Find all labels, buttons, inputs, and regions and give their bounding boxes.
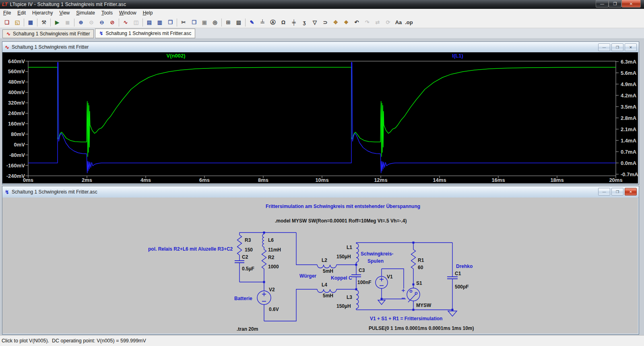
- cut-icon[interactable]: ✂: [178, 18, 189, 27]
- text-icon[interactable]: Aa: [393, 18, 404, 27]
- component-C3[interactable]: [351, 275, 361, 277]
- menu-edit[interactable]: Edit: [14, 9, 29, 16]
- schem-close-button[interactable]: ✕: [625, 188, 637, 196]
- component-R1[interactable]: [411, 249, 416, 269]
- component-L2[interactable]: [317, 265, 336, 268]
- x-axis-label: 20ms: [609, 177, 622, 183]
- schematic-label: L6: [268, 237, 274, 243]
- component-L4[interactable]: [317, 289, 336, 292]
- control-panel-icon[interactable]: ⚒: [39, 18, 49, 27]
- menu-file[interactable]: File: [0, 9, 14, 16]
- print-icon[interactable]: ▧: [233, 18, 244, 27]
- tab-schematic[interactable]: ↯Schaltung 1 Schwingkreis mit Fritter.as…: [95, 29, 195, 38]
- net-label-icon[interactable]: Ⓐ: [268, 18, 278, 27]
- save-icon[interactable]: ▦: [25, 18, 36, 27]
- app-window-buttons: —❐✕: [596, 0, 641, 8]
- schematic-tab-icon: ↯: [99, 31, 103, 36]
- find-icon[interactable]: ◎: [210, 18, 220, 27]
- trace-label-V(n002): V(n002): [167, 53, 186, 59]
- rotate-icon[interactable]: ⟳: [383, 18, 393, 27]
- tile-vertical-icon[interactable]: ▥: [155, 18, 165, 27]
- menu-help[interactable]: Help: [140, 9, 156, 16]
- move-icon[interactable]: ✥: [330, 18, 341, 27]
- wave-restore-button[interactable]: ❐: [611, 43, 623, 51]
- resistor-icon[interactable]: Ω: [278, 18, 289, 27]
- component-icon[interactable]: ⊃: [320, 18, 330, 27]
- component-S1[interactable]: [402, 288, 420, 302]
- cascade-windows-icon[interactable]: ❐: [165, 18, 175, 27]
- schem-restore-button[interactable]: ❐: [611, 188, 623, 196]
- ground-icon[interactable]: ╧: [257, 18, 268, 27]
- schematic-label: S1: [416, 280, 422, 286]
- draw-wire-icon[interactable]: ✎: [247, 18, 257, 27]
- schem-minimize-button[interactable]: —: [598, 188, 610, 196]
- wave-close-button[interactable]: ✕: [625, 43, 637, 51]
- toolbar-separator: [50, 19, 51, 27]
- component-L3[interactable]: [356, 290, 359, 309]
- ground-symbol[interactable]: [448, 311, 457, 316]
- schematic-drawing[interactable]: Frittersimulation am Schwingkreis mit en…: [2, 198, 638, 334]
- schematic-window-titlebar[interactable]: ↯ Schaltung 1 Schwingkreis mit Fritter.a…: [2, 186, 639, 198]
- mark-points-icon[interactable]: ◫: [131, 18, 141, 27]
- redo-icon[interactable]: ↷: [362, 18, 372, 27]
- mirror-icon[interactable]: ⇄: [372, 18, 383, 27]
- spice-directive-icon[interactable]: .op: [404, 18, 414, 27]
- run-icon[interactable]: ▶: [52, 18, 62, 27]
- toolbar-separator: [177, 19, 177, 27]
- component-L1[interactable]: [356, 243, 359, 262]
- halt-icon[interactable]: ◼: [62, 18, 73, 27]
- app-restore-button[interactable]: ❐: [609, 0, 621, 8]
- open-file-icon[interactable]: ◱: [12, 18, 23, 27]
- menu-bar: FileEditHierarchyViewSimulateToolsWindow…: [0, 9, 644, 17]
- print-preview-icon[interactable]: ⊞: [223, 18, 233, 27]
- menu-hierarchy[interactable]: Hierarchy: [29, 9, 56, 16]
- right-axis-label: 3.5mA: [621, 104, 637, 110]
- copy-icon[interactable]: ❒: [189, 18, 199, 27]
- menu-tools[interactable]: Tools: [98, 9, 116, 16]
- paste-icon[interactable]: ▣: [199, 18, 210, 27]
- component-C2[interactable]: [235, 261, 244, 263]
- app-titlebar[interactable]: LT LTspice IV - Schaltung 1 Schwingkreis…: [0, 0, 644, 9]
- zoom-extents-icon[interactable]: ⊙: [86, 18, 97, 27]
- component-V2[interactable]: [257, 291, 271, 305]
- schematic-label: Drehko: [456, 264, 473, 269]
- toolbar-separator: [221, 19, 222, 27]
- schematic-canvas[interactable]: Frittersimulation am Schwingkreis mit en…: [2, 198, 638, 334]
- wire-junctions: [263, 232, 454, 311]
- plot-settings-icon[interactable]: ∿: [120, 18, 131, 27]
- inductor-icon[interactable]: ʒ: [299, 18, 310, 27]
- ground-symbol[interactable]: [378, 300, 385, 305]
- component-L6[interactable]: [262, 234, 264, 247]
- component-V1[interactable]: [376, 276, 388, 288]
- undo-icon[interactable]: ↶: [351, 18, 362, 27]
- menu-view[interactable]: View: [56, 9, 73, 16]
- tile-horizontal-icon[interactable]: ▤: [144, 18, 155, 27]
- drag-icon[interactable]: ❖: [341, 18, 351, 27]
- menu-window[interactable]: Window: [116, 9, 140, 16]
- schematic-window: ↯ Schaltung 1 Schwingkreis mit Fritter.a…: [2, 186, 639, 335]
- app-close-button[interactable]: ✕: [621, 0, 641, 8]
- zoom-in-icon[interactable]: ⊕: [76, 18, 86, 27]
- menu-simulate[interactable]: Simulate: [73, 9, 98, 16]
- toolbar-separator: [119, 19, 119, 27]
- tab-waveform[interactable]: ∿Schaltung 1 Schwingkreis mit Fritter: [2, 29, 94, 38]
- waveform-plot-area[interactable]: 640mV560mV480mV400mV320mV240mV160mV80mV0…: [2, 52, 638, 183]
- component-R2[interactable]: [262, 249, 266, 269]
- diode-icon[interactable]: ▽: [310, 18, 320, 27]
- capacitor-icon[interactable]: ╪: [289, 18, 299, 27]
- right-axis-label: -0.7mA: [621, 171, 638, 177]
- schematic-label: Würger: [299, 273, 316, 279]
- component-C1[interactable]: [447, 277, 458, 279]
- component-R3[interactable]: [237, 235, 242, 255]
- zoom-out-icon[interactable]: ⊖: [97, 18, 107, 27]
- waveform-plot[interactable]: 640mV560mV480mV400mV320mV240mV160mV80mV0…: [2, 52, 638, 183]
- wave-minimize-button[interactable]: —: [598, 43, 610, 51]
- app-minimize-button[interactable]: —: [596, 0, 609, 8]
- zoom-undo-icon[interactable]: ⊘: [107, 18, 118, 27]
- left-axis-label: 640mV: [8, 58, 25, 64]
- waveform-window-titlebar[interactable]: ∿ Schaltung 1 Schwingkreis mit Fritter —…: [2, 42, 639, 53]
- new-schematic-icon[interactable]: ❑: [2, 18, 12, 27]
- right-axis-label: 1.4mA: [621, 138, 637, 144]
- schematic-label: 500pF: [455, 284, 469, 290]
- schematic-label: R3: [245, 237, 251, 243]
